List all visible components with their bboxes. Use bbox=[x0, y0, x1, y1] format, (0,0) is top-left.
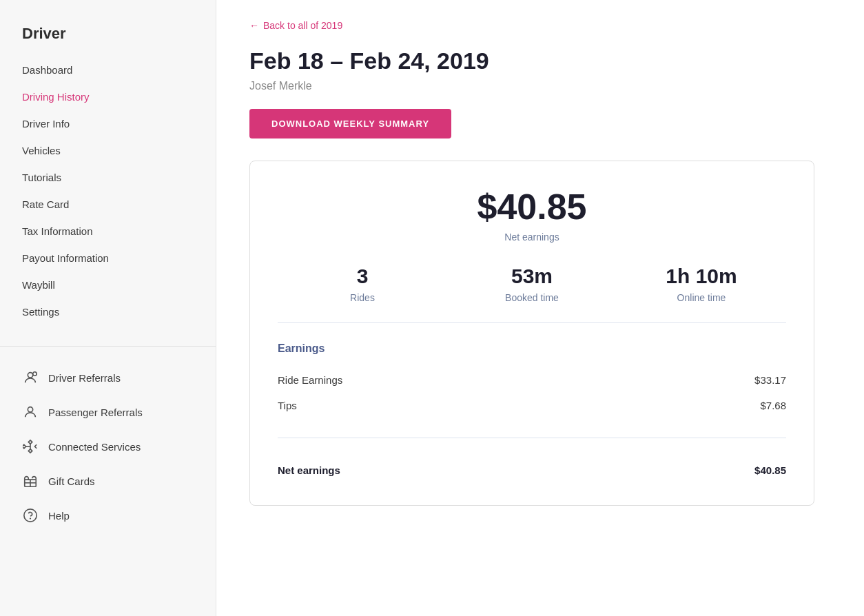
back-link[interactable]: ← Back to all of 2019 bbox=[249, 20, 342, 31]
stat-online-time-value: 1h 10m bbox=[617, 265, 786, 288]
sidebar-item-tax-information[interactable]: Tax Information bbox=[0, 218, 216, 245]
svg-point-8 bbox=[24, 509, 37, 522]
sidebar-item-connected-services[interactable]: Connected Services bbox=[0, 429, 216, 464]
sidebar-item-rate-card[interactable]: Rate Card bbox=[0, 191, 216, 218]
earnings-row-ride: Ride Earnings $33.17 bbox=[278, 367, 786, 393]
sidebar-item-vehicles[interactable]: Vehicles bbox=[0, 137, 216, 164]
arrow-left-icon: ← bbox=[249, 20, 259, 31]
sidebar-item-help-label: Help bbox=[48, 510, 70, 522]
earnings-section: Earnings Ride Earnings $33.17 Tips $7.68 bbox=[278, 342, 786, 418]
stat-online-time: 1h 10m Online time bbox=[617, 265, 786, 303]
ride-earnings-value: $33.17 bbox=[754, 374, 786, 386]
sidebar-item-driving-history[interactable]: Driving History bbox=[0, 83, 216, 110]
tips-label: Tips bbox=[278, 400, 297, 411]
summary-card: $40.85 Net earnings 3 Rides 53m Booked t… bbox=[249, 161, 814, 506]
net-earnings-section: $40.85 Net earnings bbox=[278, 186, 786, 243]
sidebar-item-driver-info[interactable]: Driver Info bbox=[0, 110, 216, 137]
net-earnings-amount: $40.85 bbox=[278, 186, 786, 227]
help-icon bbox=[22, 507, 39, 524]
svg-point-0 bbox=[28, 373, 32, 378]
ride-earnings-label: Ride Earnings bbox=[278, 374, 342, 386]
sidebar-item-payout-information[interactable]: Payout Information bbox=[0, 245, 216, 271]
sidebar-item-connected-services-label: Connected Services bbox=[48, 441, 141, 453]
sidebar-item-passenger-referrals-label: Passenger Referrals bbox=[48, 407, 143, 418]
sidebar-title: Driver bbox=[0, 0, 216, 57]
driver-name: Josef Merkle bbox=[249, 80, 831, 92]
sidebar: Driver DashboardDriving HistoryDriver In… bbox=[0, 0, 216, 616]
stat-online-time-label: Online time bbox=[617, 292, 786, 303]
download-weekly-summary-button[interactable]: DOWNLOAD WEEKLY SUMMARY bbox=[249, 109, 451, 138]
sidebar-item-driver-referrals[interactable]: Driver Referrals bbox=[0, 360, 216, 395]
tips-value: $7.68 bbox=[760, 400, 786, 411]
sidebar-item-gift-cards-label: Gift Cards bbox=[48, 475, 95, 487]
sidebar-bottom: Driver ReferralsPassenger ReferralsConne… bbox=[0, 353, 216, 540]
gift-icon bbox=[22, 473, 39, 489]
sidebar-item-settings[interactable]: Settings bbox=[0, 298, 216, 325]
svg-point-2 bbox=[28, 407, 32, 412]
net-earnings-row: Net earnings $40.85 bbox=[278, 458, 786, 483]
earnings-divider bbox=[278, 438, 786, 438]
sidebar-item-help[interactable]: Help bbox=[0, 498, 216, 533]
main-content: ← Back to all of 2019 Feb 18 – Feb 24, 2… bbox=[216, 0, 864, 616]
stat-rides: 3 Rides bbox=[278, 265, 447, 303]
earnings-section-title: Earnings bbox=[278, 342, 786, 355]
net-earnings-label: Net earnings bbox=[278, 232, 786, 243]
stats-divider bbox=[278, 322, 786, 323]
sidebar-item-passenger-referrals[interactable]: Passenger Referrals bbox=[0, 395, 216, 429]
svg-point-1 bbox=[33, 372, 37, 376]
sidebar-item-driver-referrals-label: Driver Referrals bbox=[48, 372, 121, 384]
stat-booked-time: 53m Booked time bbox=[447, 265, 617, 303]
stat-booked-time-value: 53m bbox=[447, 265, 617, 288]
stat-rides-value: 3 bbox=[278, 265, 447, 288]
sidebar-item-waybill[interactable]: Waybill bbox=[0, 271, 216, 298]
net-row-value: $40.85 bbox=[754, 464, 786, 476]
sidebar-nav: DashboardDriving HistoryDriver InfoVehic… bbox=[0, 57, 216, 339]
sidebar-item-tutorials[interactable]: Tutorials bbox=[0, 164, 216, 191]
stat-booked-time-label: Booked time bbox=[447, 292, 617, 303]
person-icon bbox=[22, 404, 39, 420]
stat-rides-label: Rides bbox=[278, 292, 447, 303]
referral-icon bbox=[22, 369, 39, 386]
sidebar-divider bbox=[0, 346, 216, 347]
connected-icon bbox=[22, 438, 39, 455]
stats-row: 3 Rides 53m Booked time 1h 10m Online ti… bbox=[278, 265, 786, 303]
earnings-row-tips: Tips $7.68 bbox=[278, 393, 786, 418]
back-link-label: Back to all of 2019 bbox=[263, 20, 342, 31]
sidebar-item-dashboard[interactable]: Dashboard bbox=[0, 57, 216, 83]
page-title: Feb 18 – Feb 24, 2019 bbox=[249, 48, 831, 74]
net-row-label: Net earnings bbox=[278, 464, 340, 476]
sidebar-item-gift-cards[interactable]: Gift Cards bbox=[0, 464, 216, 498]
